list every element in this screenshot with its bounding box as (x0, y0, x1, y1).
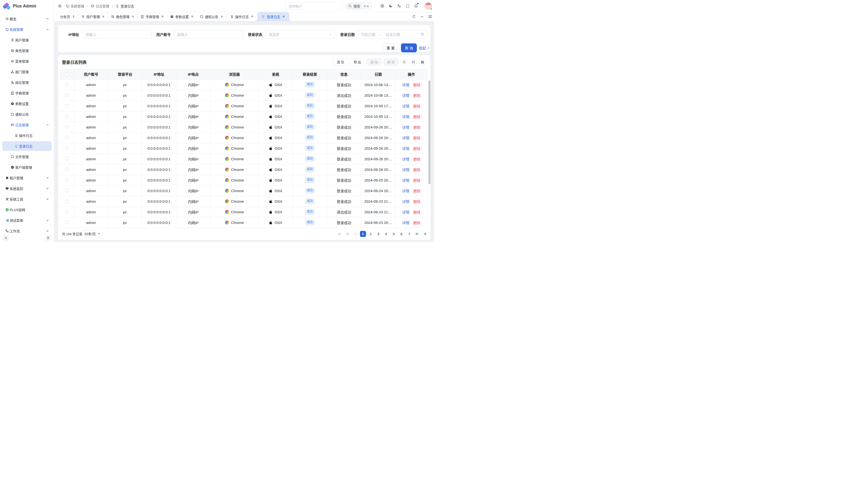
svg-text:DEV: DEV (11, 124, 14, 126)
svg-text:DEV: DEV (91, 5, 94, 7)
